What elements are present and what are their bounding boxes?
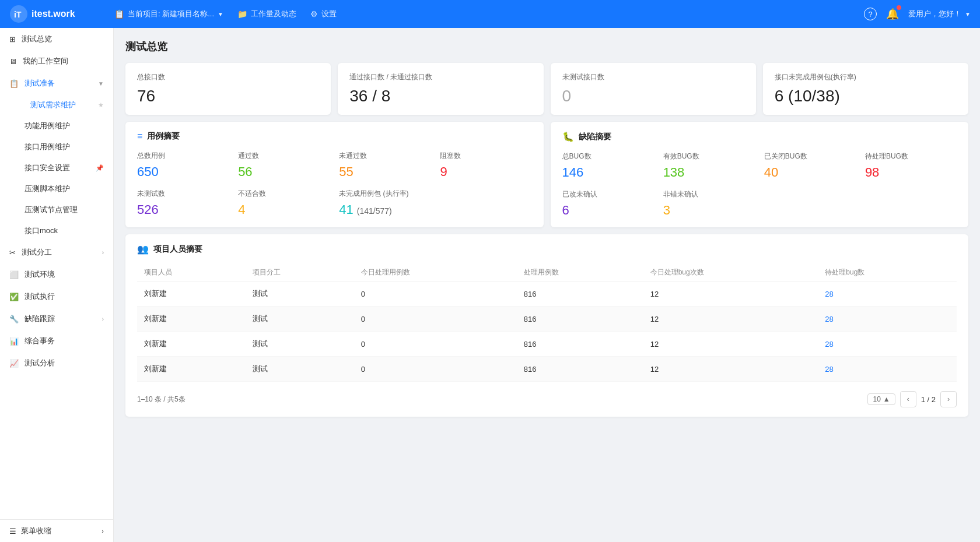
case-summary-icon: ≡ — [137, 131, 142, 142]
cell-today-bugs: 12 — [643, 332, 818, 357]
case-total-value: 650 — [137, 164, 229, 180]
sidebar-item-feature-cases[interactable]: 功能用例维护 — [0, 115, 113, 136]
page-size-value: 10 — [873, 395, 880, 403]
cell-today-cases: 0 — [354, 332, 517, 357]
sidebar-label-feature-cases: 功能用例维护 — [24, 121, 70, 131]
stat-card-incomplete-api: 接口未完成用例包(执行率) 6 (10/38) — [763, 63, 968, 115]
sidebar-item-bug-track[interactable]: 🔧 缺陷跟踪 › — [0, 308, 113, 330]
sidebar-item-stress-script[interactable]: 压测脚本维护 — [0, 178, 113, 199]
notification-button[interactable]: 🔔 — [886, 8, 899, 20]
sidebar-collapse[interactable]: ☰ 菜单收缩 › — [0, 519, 113, 542]
case-pass-label: 通过数 — [238, 151, 330, 161]
user-dropdown-icon: ▼ — [965, 11, 971, 17]
cell-total-cases: 816 — [517, 357, 643, 382]
test-env-icon: ⬜ — [9, 270, 19, 279]
current-project-label: 当前项目: 新建项目名称... — [128, 9, 214, 19]
page-title: 测试总览 — [125, 40, 968, 54]
next-page-button[interactable]: › — [940, 391, 957, 407]
bug-closed: 已关闭BUG数 40 — [764, 152, 856, 180]
sidebar-item-api-cases[interactable]: 接口用例维护 — [0, 136, 113, 157]
workload-label: 工作量及动态 — [251, 9, 296, 19]
test-prep-icon: 📋 — [9, 79, 19, 88]
collapse-arrow: › — [102, 527, 104, 534]
cell-pending-bugs: 28 — [818, 332, 957, 357]
user-menu[interactable]: 爱用户，您好！ ▼ — [908, 9, 971, 19]
sidebar-item-workspace[interactable]: 🖥 我的工作空间 — [0, 50, 113, 72]
sidebar-label-api-cases: 接口用例维护 — [24, 142, 70, 152]
prev-page-button[interactable]: ‹ — [900, 391, 916, 407]
members-card: 👥 项目人员摘要 项目人员 项目分工 今日处理用例数 处理用例数 今日处理bug… — [125, 234, 968, 417]
cell-total-cases: 816 — [517, 307, 643, 332]
bug-track-icon: 🔧 — [9, 315, 19, 323]
bug-valid: 有效BUG数 138 — [663, 152, 755, 180]
case-untested: 未测试数 526 — [137, 189, 229, 217]
sidebar-item-test-env[interactable]: ⬜ 测试环境 — [0, 263, 113, 286]
cell-role: 测试 — [246, 357, 354, 382]
sidebar-label-test-work: 测试分工 — [22, 247, 52, 258]
page-size-select[interactable]: 10 ▲ — [867, 393, 895, 405]
case-summary-grid: 总数用例 650 通过数 56 未通过数 55 阻塞数 9 — [137, 151, 532, 217]
logo: iT itest.work — [9, 5, 114, 23]
bug-summary-title: 🐛 缺陷摘要 — [562, 131, 957, 142]
table-row: 刘新建 测试 0 816 12 28 — [137, 281, 957, 307]
sidebar-item-test-prep[interactable]: 📋 测试准备 ▼ — [0, 72, 113, 94]
members-table: 项目人员 项目分工 今日处理用例数 处理用例数 今日处理bug次数 待处理bug… — [137, 264, 957, 382]
col-header-role: 项目分工 — [246, 264, 354, 281]
bug-fixed-unconfirmed-value: 6 — [562, 203, 654, 218]
bug-closed-label: 已关闭BUG数 — [764, 152, 856, 161]
summary-row: ≡ 用例摘要 总数用例 650 通过数 56 未通过数 55 — [125, 122, 968, 227]
case-blocked-label: 阻塞数 — [440, 151, 531, 161]
sidebar-item-general[interactable]: 📊 综合事务 — [0, 330, 113, 352]
case-incomplete: 未完成用例包 (执行率) 41 (141/577) — [339, 189, 531, 217]
col-header-name: 项目人员 — [137, 264, 246, 281]
notification-badge — [897, 5, 901, 10]
api-security-pin: 📌 — [96, 164, 104, 172]
bell-icon: 🔔 — [886, 8, 899, 20]
cell-role: 测试 — [246, 307, 354, 332]
sidebar-label-workspace: 我的工作空间 — [23, 56, 68, 66]
stat-card-total-api: 总接口数 76 — [125, 63, 331, 115]
sidebar-item-test-work[interactable]: ✂ 测试分工 › — [0, 241, 113, 263]
sidebar-item-test-exec[interactable]: ✅ 测试执行 — [0, 286, 113, 308]
bug-summary-card: 🐛 缺陷摘要 总BUG数 146 有效BUG数 138 已关闭BUG数 40 — [551, 122, 969, 227]
sidebar: ⊞ 测试总览 🖥 我的工作空间 📋 测试准备 ▼ 测试需求维护 ★ 功能用例维护… — [0, 28, 114, 542]
svg-text:iT: iT — [14, 10, 22, 19]
analysis-icon: 📈 — [9, 359, 19, 368]
workload[interactable]: 📁 工作量及动态 — [237, 9, 296, 19]
sidebar-item-overview[interactable]: ⊞ 测试总览 — [0, 28, 113, 50]
sidebar-label-bug-track: 缺陷跟踪 — [24, 314, 55, 324]
stat-card-pass-api: 通过接口数 / 未通过接口数 36 / 8 — [338, 63, 543, 115]
sidebar-label-api-security: 接口安全设置 — [24, 163, 70, 173]
stat-value-1: 36 / 8 — [349, 87, 531, 105]
sidebar-item-stress-node[interactable]: 压测试节点管理 — [0, 199, 113, 220]
logo-icon: iT — [9, 5, 28, 23]
cell-name: 刘新建 — [137, 307, 246, 332]
bug-summary-grid: 总BUG数 146 有效BUG数 138 已关闭BUG数 40 待处理BUG数 … — [562, 152, 957, 218]
sidebar-label-demand: 测试需求维护 — [30, 100, 76, 110]
bug-valid-value: 138 — [663, 165, 755, 180]
settings[interactable]: ⚙ 设置 — [310, 9, 337, 19]
current-project[interactable]: 📋 当前项目: 新建项目名称... ▼ — [114, 9, 223, 19]
sidebar-label-overview: 测试总览 — [22, 34, 52, 44]
help-button[interactable]: ? — [864, 8, 877, 20]
sidebar-item-api-mock[interactable]: 接口mock — [0, 220, 113, 241]
cell-today-cases: 0 — [354, 357, 517, 382]
sidebar-item-demand[interactable]: 测试需求维护 ★ — [0, 94, 113, 115]
cell-today-bugs: 12 — [643, 281, 818, 307]
case-fail-value: 55 — [339, 164, 430, 180]
bug-nonerror-unconfirmed: 非错未确认 3 — [663, 189, 755, 218]
sidebar-label-analysis: 测试分析 — [24, 358, 55, 368]
case-summary-label: 用例摘要 — [147, 131, 180, 142]
sidebar-item-api-security[interactable]: 接口安全设置 📌 — [0, 157, 113, 178]
bug-total-label: 总BUG数 — [562, 152, 654, 161]
sidebar-item-analysis[interactable]: 📈 测试分析 — [0, 352, 113, 374]
stat-label-2: 未测试接口数 — [562, 72, 744, 82]
collapse-icon: ☰ — [9, 527, 16, 536]
bug-summary-icon: 🐛 — [562, 131, 574, 142]
bug-total: 总BUG数 146 — [562, 152, 654, 180]
sidebar-label-general: 综合事务 — [24, 336, 55, 346]
bug-summary-label: 缺陷摘要 — [579, 132, 611, 142]
main-layout: ⊞ 测试总览 🖥 我的工作空间 📋 测试准备 ▼ 测试需求维护 ★ 功能用例维护… — [0, 28, 980, 542]
bug-track-arrow: › — [102, 316, 104, 322]
cell-today-bugs: 12 — [643, 357, 818, 382]
